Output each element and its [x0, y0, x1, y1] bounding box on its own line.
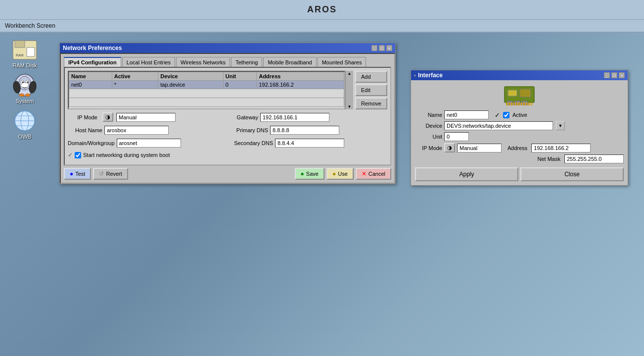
primary-dns-input[interactable] [270, 126, 339, 135]
system-icon [11, 73, 39, 97]
revert-icon: ↺ [99, 170, 104, 177]
tab-local-host[interactable]: Local Host Entries [122, 57, 175, 67]
iface-ipmode-value[interactable]: Manual [457, 144, 502, 153]
test-icon: ● [70, 170, 73, 177]
svg-rect-22 [520, 89, 531, 97]
desktop: RAM RAM Disk [0, 33, 644, 356]
iface-name-row: Name ✓ Active [415, 110, 624, 119]
interface-controls: _ □ × [604, 72, 625, 78]
bottom-buttons: ● Test ↺ Revert ● Save ● Use [64, 165, 391, 180]
ip-mode-value[interactable]: Manual [116, 113, 176, 122]
edit-button[interactable]: Edit [355, 84, 387, 96]
iface-address-input[interactable] [531, 144, 591, 153]
add-button[interactable]: Add [355, 71, 387, 83]
remove-button[interactable]: Remove [355, 98, 387, 109]
svg-rect-27 [508, 102, 510, 105]
ip-mode-cycle[interactable]: ◑ [102, 112, 113, 122]
col-unit: Unit [223, 72, 257, 81]
svg-rect-34 [526, 102, 527, 105]
iface-ip-mode-cycle[interactable]: ◑ [444, 143, 455, 153]
revert-button[interactable]: ↺ Revert [93, 168, 128, 180]
form-grid-3: Domain/Workgroup Secondary DNS [68, 139, 387, 150]
net-pref-titlebar: Network Preferences _ □ × [60, 43, 395, 53]
device-browse-button[interactable]: ▼ [556, 121, 565, 130]
start-networking-checkbox[interactable] [75, 152, 81, 158]
tab-ipv4[interactable]: IPv4 Configuration [64, 57, 121, 67]
checkbox-mark: ✓ [68, 152, 73, 158]
iface-bottom-buttons: Apply Close [415, 167, 624, 181]
interface-minimize[interactable]: _ [604, 72, 610, 78]
table-row-empty1 [69, 89, 344, 98]
iface-ipmode-label: IP Mode [415, 145, 442, 151]
iface-name-label: Name [415, 112, 442, 118]
iface-active-label: Active [512, 112, 532, 118]
use-button[interactable]: ● Use [326, 168, 354, 180]
system-label: System [16, 98, 34, 104]
nic-icon [502, 84, 537, 106]
save-button[interactable]: ● Save [295, 168, 324, 180]
cell-active: * [112, 81, 158, 89]
gateway-input[interactable] [260, 113, 329, 122]
table-scrollbar[interactable]: ▲ ▼ [345, 71, 353, 109]
tab-tethering[interactable]: Tethering [231, 57, 262, 67]
svg-text:RAM: RAM [16, 53, 24, 57]
start-networking-label: Start networking during system boot [83, 152, 170, 158]
cancel-button[interactable]: ✕ Cancel [356, 168, 391, 180]
net-pref-close[interactable]: × [386, 45, 392, 51]
form-grid-2: Host Name Primary DNS [68, 126, 387, 137]
save-label: Save [306, 171, 319, 177]
net-pref-maximize[interactable]: □ [379, 45, 385, 51]
nic-icon-row [415, 84, 624, 106]
net-pref-title: Network Preferences [63, 45, 371, 51]
svg-point-10 [21, 83, 29, 88]
tab-mounted[interactable]: Mounted Shares [318, 57, 367, 67]
domain-row: Domain/Workgroup [68, 139, 227, 148]
primary-dns-label: Primary DNS [229, 127, 268, 133]
owb-label: OWB [18, 134, 31, 140]
sidebar-icon-system[interactable]: System [5, 73, 45, 104]
domain-input[interactable] [117, 139, 181, 148]
interface-maximize[interactable]: □ [611, 72, 617, 78]
svg-rect-29 [513, 102, 515, 105]
test-button[interactable]: ● Test [64, 168, 91, 180]
iface-device-label: Device [415, 123, 442, 129]
interface-close[interactable]: × [619, 72, 625, 78]
interface-titlebar: ▪ Interface _ □ × [411, 70, 628, 80]
scroll-up[interactable]: ▲ [348, 71, 352, 76]
revert-label: Revert [106, 171, 122, 177]
table-row[interactable]: net0 * tap.device 0 192.168.166.2 [69, 81, 344, 89]
form-grid: IP Mode ◑ Manual Gateway [68, 112, 387, 124]
iface-unit-input[interactable] [444, 132, 469, 141]
iface-active-checkbox[interactable] [503, 112, 509, 118]
primary-dns-row: Primary DNS [229, 126, 387, 135]
iface-netmask-input[interactable] [564, 154, 624, 163]
close-button[interactable]: Close [520, 167, 624, 181]
table-action-buttons: Add Edit Remove [355, 71, 387, 109]
cell-device: tap.device [158, 81, 224, 89]
interface-window: ▪ Interface _ □ × [411, 70, 628, 186]
iface-unit-row: Unit [415, 132, 624, 141]
net-table-container: Name Active Device Unit Address net0 [68, 71, 345, 109]
apply-button[interactable]: Apply [415, 167, 518, 181]
ip-mode-label: IP Mode [68, 114, 97, 120]
net-pref-controls: _ □ × [371, 45, 392, 51]
net-pref-tabs: IPv4 Configuration Local Host Entries Wi… [64, 57, 391, 67]
svg-point-14 [25, 94, 30, 97]
sidebar-icon-ram-disk[interactable]: RAM RAM Disk [5, 38, 45, 68]
col-address: Address [257, 72, 344, 81]
tab-wireless[interactable]: Wireless Networks [176, 57, 230, 67]
svg-rect-30 [516, 102, 517, 105]
hostname-input[interactable] [104, 126, 169, 135]
secondary-dns-label: Secondary DNS [229, 140, 273, 146]
col-device: Device [158, 72, 224, 81]
scroll-down[interactable]: ▼ [348, 104, 352, 109]
tab-mobile[interactable]: Mobile Broadband [263, 57, 316, 67]
iface-device-input[interactable] [444, 121, 553, 130]
sidebar-icon-owb[interactable]: OWB [5, 109, 45, 140]
iface-name-input[interactable] [444, 110, 489, 119]
col-active: Active [112, 72, 158, 81]
secondary-dns-input[interactable] [275, 139, 344, 148]
iface-unit-label: Unit [415, 134, 442, 140]
net-pref-minimize[interactable]: _ [371, 45, 377, 51]
ip-mode-row: IP Mode ◑ Manual [68, 112, 227, 122]
